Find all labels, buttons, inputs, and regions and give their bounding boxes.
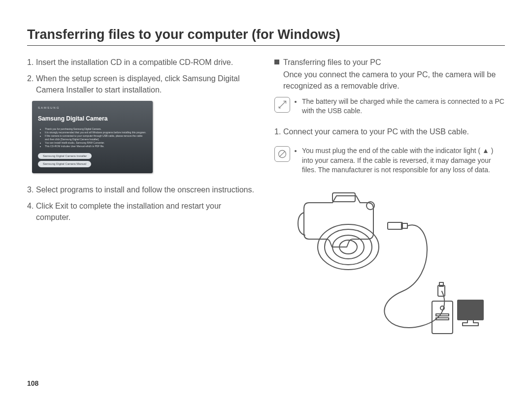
installer-bullets: Thank you for purchasing Samsung Digital… xyxy=(45,127,147,148)
installer-screenshot: SAMSUNG Samsung Digital Camera Thank you… xyxy=(32,101,153,173)
svg-rect-13 xyxy=(436,314,449,316)
square-bullet-icon xyxy=(274,60,279,64)
sub-heading: Transferring files to your PC xyxy=(283,57,381,68)
step-number: 2. xyxy=(27,73,36,95)
installer-line: You can install Intelli-studio, Samsung … xyxy=(45,141,147,145)
left-step-3: 3. Select programs to install and follow… xyxy=(27,184,258,195)
step-number: 1. xyxy=(274,126,283,137)
sub-description: Once you connect the camera to your PC, … xyxy=(283,69,505,92)
installer-line: Thank you for purchasing Samsung Digital… xyxy=(45,127,147,131)
caution-icon xyxy=(274,146,290,162)
step-text: Connect your camera to your PC with the … xyxy=(283,126,505,137)
camera-usb-illustration xyxy=(274,188,486,340)
title-rule xyxy=(27,45,505,46)
installer-line: If the camera is connected to your compu… xyxy=(45,134,147,141)
note-box-2: You must plug the end of the cable with … xyxy=(274,146,505,175)
note-icon xyxy=(274,97,290,113)
svg-point-2 xyxy=(318,224,379,270)
installer-title: Samsung Digital Camera xyxy=(38,115,147,123)
step-text: Select programs to install and follow th… xyxy=(36,184,258,195)
left-step-2: 2. When the setup screen is displayed, c… xyxy=(27,73,258,95)
note-line: The battery will be charged while the ca… xyxy=(302,97,505,116)
installer-line: This CD-ROM includes User Manual which i… xyxy=(45,145,147,148)
left-step-4: 4. Click Exit to complete the installati… xyxy=(27,200,258,223)
svg-rect-14 xyxy=(436,318,449,320)
note-text: You must plug the end of the cable with … xyxy=(295,146,505,175)
step-number: 3. xyxy=(27,184,36,195)
step-text: When the setup screen is displayed, clic… xyxy=(36,73,258,95)
note-text: The battery will be charged while the ca… xyxy=(295,97,505,116)
page-number: 108 xyxy=(27,379,38,387)
page-title: Transferring files to your computer (for… xyxy=(27,27,505,42)
installer-button-installer: Samsung Digital Camera Installer xyxy=(38,153,92,159)
sub-heading-row: Transferring files to your PC xyxy=(274,57,505,68)
svg-rect-7 xyxy=(388,222,402,229)
step-number: 1. xyxy=(27,57,36,68)
installer-line: It is strongly recommended that you exit… xyxy=(45,131,147,134)
installer-brand: SAMSUNG xyxy=(38,106,147,110)
content-columns: 1. Insert the installation CD in a compa… xyxy=(27,57,505,343)
step-text: Click Exit to complete the installation … xyxy=(36,200,258,223)
step-number: 4. xyxy=(27,200,36,223)
note-line: You must plug the end of the cable with … xyxy=(302,146,505,175)
installer-button-manual: Samsung Digital Camera Manual xyxy=(38,161,91,167)
left-column: 1. Insert the installation CD in a compa… xyxy=(27,57,258,343)
step-text: Insert the installation CD in a compatib… xyxy=(36,57,258,68)
svg-rect-9 xyxy=(438,285,445,296)
left-step-1: 1. Insert the installation CD in a compa… xyxy=(27,57,258,68)
right-column: Transferring files to your PC Once you c… xyxy=(274,57,505,343)
right-step-1: 1. Connect your camera to your PC with t… xyxy=(274,126,505,137)
note-box-1: The battery will be charged while the ca… xyxy=(274,97,505,116)
document-page: Transferring files to your computer (for… xyxy=(0,0,532,401)
svg-rect-15 xyxy=(458,300,483,320)
